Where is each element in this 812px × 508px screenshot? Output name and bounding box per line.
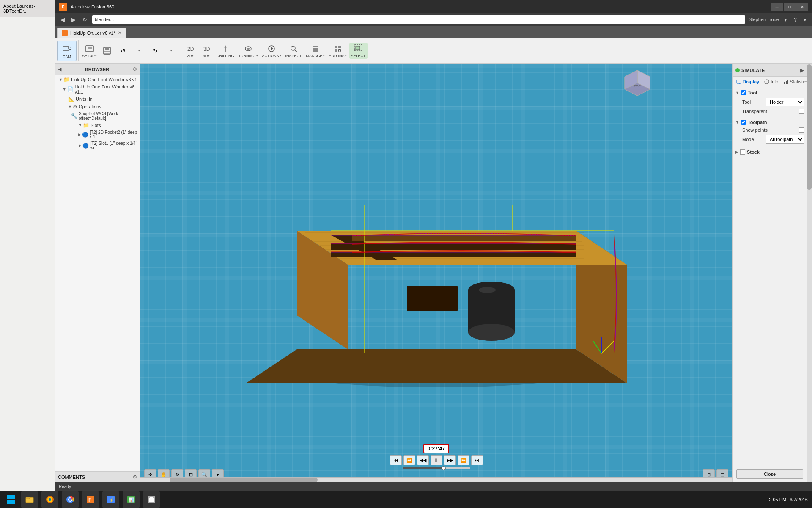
save-button[interactable] <box>99 45 115 57</box>
tab-statistics[interactable]: Statistics <box>784 79 809 84</box>
tab-info-label: Info <box>771 79 778 84</box>
window-close-button[interactable]: ✕ <box>796 3 808 11</box>
3d-tool-button[interactable]: 3D 3D ▾ <box>199 43 214 59</box>
playback-slider[interactable] <box>403 467 470 469</box>
playback-to-start[interactable]: ⏮ <box>390 455 402 465</box>
manage-label: MANAGE <box>306 54 323 58</box>
browser-settings-button[interactable]: ⚙ <box>133 66 137 72</box>
tree-icon-1: 📄 <box>67 86 74 92</box>
tree-item-shopbot[interactable]: 🔧 ShopBot WCS [Work offset=Default] <box>55 110 140 121</box>
transparent-checkbox[interactable] <box>799 109 804 114</box>
maximize-button[interactable]: □ <box>784 3 796 11</box>
redo-button[interactable]: ↻ <box>148 45 163 57</box>
address-bar[interactable] <box>92 15 745 24</box>
manage-tool-button[interactable]: MANAGE ▾ <box>304 43 326 59</box>
nav-help-dropdown[interactable]: ▾ <box>802 16 808 24</box>
simulate-expand-button[interactable]: ▶ <box>800 67 804 73</box>
taskbar-app5[interactable]: ⚡ <box>102 491 119 508</box>
setup-arrow: ▾ <box>95 54 97 58</box>
status-bar: Ready <box>55 482 812 491</box>
tree-label-slot1: [T2] Slot1 (1" deep x 1/4" wi... <box>90 141 138 150</box>
comments-settings-button[interactable]: ⚙ <box>133 474 137 480</box>
2d-tool-button[interactable]: 2D 2D ▾ <box>183 43 198 59</box>
undo-dropdown[interactable]: ▾ <box>132 48 147 53</box>
taskbar-app6[interactable]: 📊 <box>123 491 140 508</box>
taskbar-chrome[interactable] <box>62 491 79 508</box>
actions-tool-button[interactable]: ACTIONS ▾ <box>261 43 283 59</box>
minimize-button[interactable]: ─ <box>771 3 783 11</box>
tree-item-units[interactable]: 📐 Units: in <box>55 95 140 103</box>
3d-viewport[interactable]: TOP 0:27:47 ⏮ ⏪ ◀◀ ⏸ ▶▶ ⏩ ⏭ <box>140 64 732 482</box>
tree-arrow-1[interactable]: ▼ <box>63 87 66 91</box>
sim-toolpath-section-header[interactable]: ▼ Toolpath <box>735 119 804 126</box>
tree-item-pocket[interactable]: ▶ 🔵 [T2] 2D Pocket2 (1" deep x 1... <box>55 129 140 140</box>
tab-close-button[interactable]: ✕ <box>118 30 121 35</box>
undo-button[interactable]: ↺ <box>115 45 131 57</box>
toolbar-divider-1 <box>78 40 79 61</box>
playback-progress <box>403 467 443 469</box>
drilling-icon <box>220 44 230 54</box>
tree-arrow-slots[interactable]: ▼ <box>78 123 82 127</box>
mode-select[interactable]: All toolpath <box>766 135 804 144</box>
main-vscrollbar[interactable] <box>807 64 812 482</box>
playback-prev[interactable]: ◀◀ <box>417 455 429 465</box>
tree-item-slot1[interactable]: ▶ 🔵 [T2] Slot1 (1" deep x 1/4" wi... <box>55 140 140 151</box>
tool-section-checkbox[interactable] <box>741 90 746 95</box>
browser-collapse-button[interactable]: ◀ <box>58 66 61 72</box>
tree-arrow-root[interactable]: ▼ <box>59 77 63 82</box>
sim-stock-section-header[interactable]: ▶ Stock <box>735 148 804 156</box>
app5-icon: ⚡ <box>106 495 115 504</box>
document-tab[interactable]: F HoldUp On...er v6 v1* ✕ <box>57 28 126 38</box>
drilling-tool-button[interactable]: DRILLING <box>215 43 236 59</box>
tree-item-1[interactable]: ▼ 📄 HoldUp One Foot Wonder v6 v1:1 <box>55 83 140 95</box>
status-text: Ready <box>59 484 71 489</box>
setup-tool-button[interactable]: SETUP ▾ <box>80 43 99 59</box>
stock-section-checkbox[interactable] <box>740 149 745 155</box>
tool-holder-select[interactable]: Holder <box>766 98 804 106</box>
addins-tool-button[interactable]: ADD-INS ▾ <box>327 43 348 59</box>
nav-user-dropdown[interactable]: ▾ <box>782 16 789 24</box>
time-display: 0:27:47 <box>423 444 449 453</box>
tree-arrow-pocket[interactable]: ▶ <box>78 133 81 137</box>
tree-arrow-operations[interactable]: ▼ <box>68 105 72 109</box>
playback-next[interactable]: ▶▶ <box>444 455 456 465</box>
tree-item-slots[interactable]: ▼ 📁 Slots <box>55 121 140 129</box>
nav-forward-button[interactable]: ▶ <box>70 16 77 24</box>
tree-item-operations[interactable]: ▼ ⚙ Operations <box>55 103 140 110</box>
2d-icon: 2D <box>185 44 195 54</box>
simulate-close-button[interactable]: Close <box>736 469 803 479</box>
tab-display[interactable]: Display <box>736 79 759 84</box>
nav-reload-button[interactable]: ↻ <box>81 16 89 24</box>
playback-bar: 0:27:47 ⏮ ⏪ ◀◀ ⏸ ▶▶ ⏩ ⏭ <box>390 444 483 469</box>
playback-prev-fast[interactable]: ⏪ <box>403 455 415 465</box>
taskbar-app7[interactable] <box>143 491 160 508</box>
playback-pause[interactable]: ⏸ <box>431 455 442 465</box>
svg-rect-13 <box>225 48 226 52</box>
inspect-tool-button[interactable]: INSPECT <box>284 43 304 59</box>
show-points-checkbox[interactable] <box>799 127 804 133</box>
tree-arrow-slot1[interactable]: ▶ <box>79 144 82 148</box>
fusion-titlebar: F Autodesk Fusion 360 ─ □ ✕ <box>55 0 812 13</box>
playback-to-end[interactable]: ⏭ <box>471 455 483 465</box>
start-button[interactable] <box>4 493 18 506</box>
orientation-cube[interactable]: TOP <box>620 68 654 102</box>
svg-point-56 <box>468 324 515 341</box>
cam-tool-button[interactable]: CAM <box>57 41 77 61</box>
3d-icon: 3D <box>201 44 211 54</box>
sim-tool-section-header[interactable]: ▼ Tool <box>735 89 804 97</box>
tab-info[interactable]: i Info <box>764 79 778 84</box>
tree-item-root[interactable]: ▼ 📁 HoldUp One Foot Wonder v6 v1 <box>55 76 140 83</box>
select-tool-button[interactable]: SELECT <box>349 43 368 59</box>
svg-text:📊: 📊 <box>129 497 134 503</box>
taskbar-firefox[interactable] <box>41 491 58 508</box>
tab-icon: F <box>62 30 68 36</box>
nav-help-button[interactable]: ? <box>792 16 798 24</box>
turning-tool-button[interactable]: TURNING ▾ <box>237 43 260 59</box>
taskbar-fusion[interactable]: F <box>82 491 99 508</box>
nav-back-button[interactable]: ◀ <box>59 16 66 24</box>
taskbar-explorer[interactable] <box>21 491 38 508</box>
playback-next-fast[interactable]: ⏩ <box>458 455 469 465</box>
redo-dropdown[interactable]: ▾ <box>164 48 179 53</box>
toolpath-section-checkbox[interactable] <box>741 120 746 125</box>
viewport-hscrollbar[interactable] <box>140 477 732 482</box>
